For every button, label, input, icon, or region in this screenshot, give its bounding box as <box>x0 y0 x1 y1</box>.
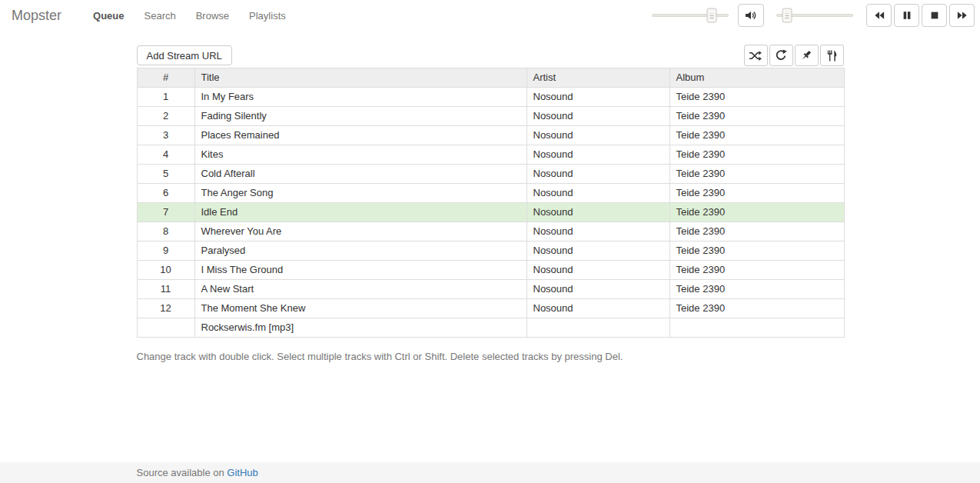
cell-artist[interactable]: Nosound <box>527 222 669 242</box>
nav-item-browse-link[interactable]: Browse <box>186 1 239 31</box>
column-header-album: Album <box>669 68 844 88</box>
consume-button[interactable] <box>820 45 844 66</box>
stop-button[interactable] <box>922 4 947 27</box>
column-header-artist: Artist <box>527 68 669 88</box>
queue-row[interactable]: 1In My FearsNosoundTeide 2390 <box>137 88 844 107</box>
cell-album[interactable]: Teide 2390 <box>669 203 844 222</box>
cell-num[interactable]: 6 <box>137 184 194 203</box>
cell-artist[interactable]: Nosound <box>527 203 669 222</box>
pause-button[interactable] <box>894 4 919 27</box>
queue-row[interactable]: 10I Miss The GroundNosoundTeide 2390 <box>137 261 844 280</box>
cell-album[interactable]: Teide 2390 <box>669 88 844 107</box>
cell-album[interactable]: Teide 2390 <box>669 165 844 184</box>
brand[interactable]: Mopster <box>12 8 61 24</box>
cell-artist[interactable]: Nosound <box>527 126 669 145</box>
position-slider-handle[interactable] <box>707 8 717 23</box>
cell-num[interactable]: 5 <box>137 165 194 184</box>
cell-artist[interactable]: Nosound <box>527 280 669 299</box>
add-stream-url-button[interactable]: Add Stream URL <box>137 45 232 65</box>
cell-artist[interactable]: Nosound <box>527 261 669 280</box>
cell-title[interactable]: The Anger Song <box>194 184 527 203</box>
cell-num[interactable]: 1 <box>137 88 194 107</box>
nav-item-browse[interactable]: Browse <box>186 1 239 31</box>
cell-num[interactable] <box>137 318 194 338</box>
queue-row[interactable]: 9ParalysedNosoundTeide 2390 <box>137 242 844 261</box>
cell-album[interactable]: Teide 2390 <box>669 145 844 165</box>
cell-artist[interactable]: Nosound <box>527 242 669 261</box>
cell-title[interactable]: Cold Afterall <box>194 165 527 184</box>
cell-album[interactable]: Teide 2390 <box>669 299 844 318</box>
nav-item-playlists-link[interactable]: Playlists <box>239 1 296 31</box>
volume-slider-handle[interactable] <box>782 8 792 23</box>
cell-title[interactable]: Rockserwis.fm [mp3] <box>194 318 527 338</box>
help-text: Change track with double click. Select m… <box>137 351 844 362</box>
cell-title[interactable]: Fading Silently <box>194 107 527 126</box>
queue-row[interactable]: 3Places RemainedNosoundTeide 2390 <box>137 126 844 145</box>
cell-title[interactable]: In My Fears <box>194 88 527 107</box>
cell-title[interactable]: The Moment She Knew <box>194 299 527 318</box>
volume-slider[interactable] <box>776 14 853 17</box>
queue-row[interactable]: Rockserwis.fm [mp3] <box>137 318 844 338</box>
cell-title[interactable]: Idle End <box>194 203 527 222</box>
cell-album[interactable]: Teide 2390 <box>669 126 844 145</box>
nav-item-playlists[interactable]: Playlists <box>239 1 296 31</box>
cell-album[interactable]: Teide 2390 <box>669 242 844 261</box>
position-slider[interactable] <box>652 14 729 17</box>
cell-title[interactable]: A New Start <box>194 280 527 299</box>
cell-album[interactable]: Teide 2390 <box>669 222 844 242</box>
nav-item-queue[interactable]: Queue <box>83 1 134 31</box>
cell-artist[interactable]: Nosound <box>527 145 669 165</box>
cell-num[interactable]: 10 <box>137 261 194 280</box>
queue-row[interactable]: 7Idle EndNosoundTeide 2390 <box>137 203 844 222</box>
cell-num[interactable]: 8 <box>137 222 194 242</box>
cell-artist[interactable]: Nosound <box>527 299 669 318</box>
cell-title[interactable]: Places Remained <box>194 126 527 145</box>
cell-num[interactable]: 4 <box>137 145 194 165</box>
cell-num[interactable]: 11 <box>137 280 194 299</box>
cell-num[interactable]: 9 <box>137 242 194 261</box>
cell-artist[interactable]: Nosound <box>527 107 669 126</box>
cell-album[interactable]: Teide 2390 <box>669 280 844 299</box>
navbar: Mopster Queue Search Browse Playlists <box>0 0 980 31</box>
queue-row[interactable]: 4KitesNosoundTeide 2390 <box>137 145 844 165</box>
cell-num[interactable]: 3 <box>137 126 194 145</box>
main-content: Add Stream URL <box>0 31 980 462</box>
queue-row[interactable]: 8Wherever You AreNosoundTeide 2390 <box>137 222 844 242</box>
backward-icon <box>874 10 885 21</box>
shuffle-button[interactable] <box>744 45 768 66</box>
footer-text: Source available on <box>137 467 228 478</box>
cell-title[interactable]: Kites <box>194 145 527 165</box>
cell-artist[interactable]: Nosound <box>527 165 669 184</box>
github-link[interactable]: GitHub <box>227 467 257 478</box>
cell-album[interactable]: Teide 2390 <box>669 184 844 203</box>
next-button[interactable] <box>949 4 975 27</box>
cell-artist[interactable]: Nosound <box>527 88 669 107</box>
nav-item-queue-link[interactable]: Queue <box>83 1 134 31</box>
cell-title[interactable]: I Miss The Ground <box>194 261 527 280</box>
nav-item-search-link[interactable]: Search <box>135 1 186 31</box>
cell-artist[interactable]: Nosound <box>527 184 669 203</box>
cell-num[interactable]: 12 <box>137 299 194 318</box>
cell-album[interactable]: Teide 2390 <box>669 261 844 280</box>
cell-album[interactable] <box>669 318 844 338</box>
queue-row[interactable]: 2Fading SilentlyNosoundTeide 2390 <box>137 107 844 126</box>
single-button[interactable] <box>795 45 819 66</box>
playback-mode-buttons <box>742 45 844 66</box>
previous-button[interactable] <box>866 4 892 27</box>
cell-title[interactable]: Paralysed <box>194 242 527 261</box>
repeat-button[interactable] <box>769 45 793 66</box>
cutlery-icon <box>826 50 838 62</box>
cell-title[interactable]: Wherever You Are <box>194 222 527 242</box>
queue-row[interactable]: 6The Anger SongNosoundTeide 2390 <box>137 184 844 203</box>
nav-item-search[interactable]: Search <box>135 1 186 31</box>
cell-num[interactable]: 2 <box>137 107 194 126</box>
queue-row[interactable]: 12The Moment She KnewNosoundTeide 2390 <box>137 299 844 318</box>
main-nav: Queue Search Browse Playlists <box>83 1 296 31</box>
stop-icon <box>929 10 940 21</box>
cell-artist[interactable] <box>527 318 669 338</box>
queue-row[interactable]: 5Cold AfterallNosoundTeide 2390 <box>137 165 844 184</box>
mute-button[interactable] <box>738 4 764 27</box>
cell-num[interactable]: 7 <box>137 203 194 222</box>
cell-album[interactable]: Teide 2390 <box>669 107 844 126</box>
queue-row[interactable]: 11A New StartNosoundTeide 2390 <box>137 280 844 299</box>
